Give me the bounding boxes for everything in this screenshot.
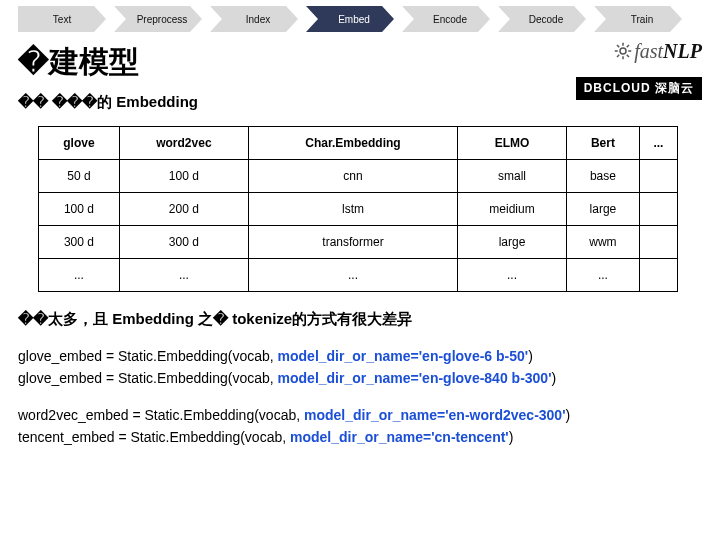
embedding-table: gloveword2vecChar.EmbeddingELMOBert... 5… xyxy=(38,126,678,292)
table-cell: 100 d xyxy=(119,160,248,193)
gear-icon xyxy=(614,42,632,60)
table-body: 50 d100 dcnnsmallbase100 d200 dlstmmeidi… xyxy=(39,160,678,292)
table-cell xyxy=(639,259,677,292)
table-cell: ... xyxy=(458,259,567,292)
table-cell: meidium xyxy=(458,193,567,226)
dbcloud-badge: DBCLOUD 深脑云 xyxy=(576,77,702,100)
code-arg: model_dir_or_name='cn-tencent' xyxy=(290,429,509,445)
nav-step-encode[interactable]: Encode xyxy=(402,6,490,32)
brand-area: fastNLP DBCLOUD 深脑云 xyxy=(576,40,702,100)
table-cell: ... xyxy=(248,259,457,292)
table-cell: wwm xyxy=(567,226,640,259)
table-header-cell: Char.Embedding xyxy=(248,127,457,160)
code-text: ) xyxy=(528,348,533,364)
nav-step-train[interactable]: Train xyxy=(594,6,682,32)
code-arg: model_dir_or_name='en-glove-840 b-300' xyxy=(278,370,552,386)
table-cell: transformer xyxy=(248,226,457,259)
table-row: 100 d200 dlstmmeidiumlarge xyxy=(39,193,678,226)
table-cell: ... xyxy=(39,259,120,292)
brand-fast: fast xyxy=(634,40,663,62)
code-text: ) xyxy=(509,429,514,445)
brand-nlp: NLP xyxy=(663,40,702,62)
code-text: word2vec_embed = Static.Embedding(vocab, xyxy=(18,407,304,423)
table-header-cell: glove xyxy=(39,127,120,160)
nav-step-decode[interactable]: Decode xyxy=(498,6,586,32)
svg-line-5 xyxy=(617,45,619,47)
table-header-cell: word2vec xyxy=(119,127,248,160)
svg-line-8 xyxy=(627,45,629,47)
table-row: 50 d100 dcnnsmallbase xyxy=(39,160,678,193)
code-text: glove_embed = Static.Embedding(vocab, xyxy=(18,370,278,386)
code-block: word2vec_embed = Static.Embedding(vocab,… xyxy=(18,404,720,449)
table-cell: lstm xyxy=(248,193,457,226)
code-text: glove_embed = Static.Embedding(vocab, xyxy=(18,348,278,364)
svg-point-0 xyxy=(620,48,626,54)
table-cell: cnn xyxy=(248,160,457,193)
table-cell xyxy=(639,160,677,193)
table-cell: base xyxy=(567,160,640,193)
table-header-cell: ... xyxy=(639,127,677,160)
table-header-row: gloveword2vecChar.EmbeddingELMOBert... xyxy=(39,127,678,160)
nav-step-preprocess[interactable]: Preprocess xyxy=(114,6,202,32)
nav-step-embed[interactable]: Embed xyxy=(306,6,394,32)
code-arg: model_dir_or_name='en-glove-6 b-50' xyxy=(278,348,529,364)
code-text: tencent_embed = Static.Embedding(vocab, xyxy=(18,429,290,445)
table-row: 300 d300 dtransformerlargewwm xyxy=(39,226,678,259)
table-cell: 300 d xyxy=(119,226,248,259)
table-cell: large xyxy=(567,193,640,226)
code-line: glove_embed = Static.Embedding(vocab, mo… xyxy=(18,345,720,367)
table-cell xyxy=(639,226,677,259)
note-text: ��太多，且 Embedding 之� tokenize的方式有很大差异 xyxy=(18,310,720,329)
code-line: glove_embed = Static.Embedding(vocab, mo… xyxy=(18,367,720,389)
table-cell: small xyxy=(458,160,567,193)
nav-step-text[interactable]: Text xyxy=(18,6,106,32)
table-cell: ... xyxy=(567,259,640,292)
code-text: ) xyxy=(566,407,571,423)
nav-step-index[interactable]: Index xyxy=(210,6,298,32)
code-block: glove_embed = Static.Embedding(vocab, mo… xyxy=(18,345,720,390)
fastnlp-logo: fastNLP xyxy=(576,40,702,63)
code-line: word2vec_embed = Static.Embedding(vocab,… xyxy=(18,404,720,426)
table-row: ............... xyxy=(39,259,678,292)
code-arg: model_dir_or_name='en-word2vec-300' xyxy=(304,407,566,423)
code-text: ) xyxy=(551,370,556,386)
table-cell: 50 d xyxy=(39,160,120,193)
table-cell: 200 d xyxy=(119,193,248,226)
table-header-cell: Bert xyxy=(567,127,640,160)
code-line: tencent_embed = Static.Embedding(vocab, … xyxy=(18,426,720,448)
pipeline-nav: TextPreprocessIndexEmbedEncodeDecodeTrai… xyxy=(18,6,720,32)
table-cell: large xyxy=(458,226,567,259)
table-cell: 300 d xyxy=(39,226,120,259)
svg-line-6 xyxy=(627,55,629,57)
table-cell xyxy=(639,193,677,226)
table-cell: 100 d xyxy=(39,193,120,226)
svg-line-7 xyxy=(617,55,619,57)
table-header-cell: ELMO xyxy=(458,127,567,160)
table-cell: ... xyxy=(119,259,248,292)
code-area: glove_embed = Static.Embedding(vocab, mo… xyxy=(18,345,720,449)
